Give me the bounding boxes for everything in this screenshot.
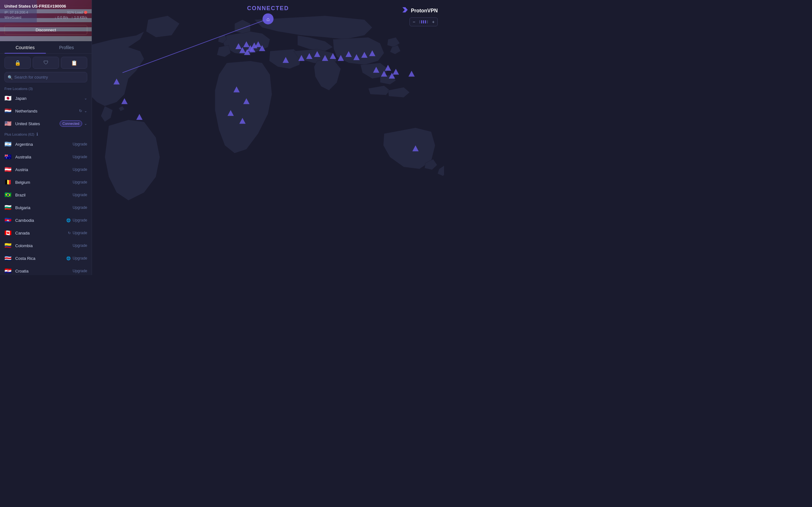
tabs-bar: Countries Profiles [0, 41, 92, 54]
clipboard-icon: 📋 [71, 60, 78, 66]
flag-costa-rica: 🇨🇷 [4, 255, 13, 262]
plus-info-icon[interactable]: ℹ [37, 132, 38, 136]
country-item-united-states[interactable]: 🇺🇸 United States Connected ⌄ [0, 117, 92, 130]
map-area: .land { fill: #252840; stroke: #1a1b2e; … [92, 0, 444, 275]
country-item-colombia[interactable]: 🇨🇴 Colombia Upgrade [0, 239, 92, 252]
flag-brazil: 🇧🇷 [4, 191, 13, 199]
country-item-brazil[interactable]: 🇧🇷 Brazil Upgrade [0, 188, 92, 201]
expand-icon-netherlands[interactable]: ⌄ [84, 109, 87, 113]
shield-icon-button[interactable]: 🛡 [33, 57, 59, 69]
us-actions: Connected ⌄ [60, 120, 87, 127]
country-name-australia: Australia [15, 155, 72, 159]
flag-cambodia: 🇰🇭 [4, 217, 13, 224]
proton-logo: ProtonVPN [402, 6, 438, 15]
flag-japan: 🇯🇵 [4, 95, 13, 102]
load-value: 91% Load [67, 10, 83, 14]
country-item-australia[interactable]: 🇦🇺 Australia Upgrade [0, 151, 92, 163]
upgrade-label-canada: Upgrade [72, 231, 87, 235]
zoom-plus-button[interactable]: + [429, 18, 438, 26]
zoom-pip-5 [427, 20, 428, 23]
canada-actions: ↻ Upgrade [68, 231, 87, 235]
country-name-croatia: Croatia [15, 269, 72, 274]
load-dot [84, 11, 87, 14]
country-item-japan[interactable]: 🇯🇵 Japan ⌄ [0, 92, 92, 105]
search-input[interactable] [4, 72, 87, 82]
expand-icon-japan[interactable]: ⌄ [84, 96, 87, 101]
flag-austria: 🇦🇹 [4, 166, 13, 173]
country-item-croatia[interactable]: 🇭🇷 Croatia Upgrade [0, 265, 92, 275]
upgrade-label-bulgaria: Upgrade [72, 205, 87, 210]
ip-label: IP: [4, 10, 9, 14]
flag-croatia: 🇭🇷 [4, 268, 13, 274]
protocol-label: WireGuard [4, 15, 21, 19]
load-info: 91% Load [67, 10, 87, 14]
country-name-argentina: Argentina [15, 142, 72, 147]
zoom-controls: − + [409, 17, 438, 26]
country-name-brazil: Brazil [15, 193, 72, 198]
costa-rica-actions: 🌐 Upgrade [66, 256, 87, 261]
header-content: United States US-FREE#190006 IP: 37.19.2… [0, 0, 92, 22]
svg-marker-22 [393, 69, 399, 75]
plus-section-label: Plus Locations (62) ℹ [0, 130, 92, 138]
tab-countries[interactable]: Countries [4, 41, 46, 53]
country-item-bulgaria[interactable]: 🇧🇬 Bulgaria Upgrade [0, 201, 92, 214]
svg-text:⌂: ⌂ [266, 16, 270, 22]
icon-row: 🔒 🛡 📋 [0, 54, 92, 72]
zoom-minus-button[interactable]: − [410, 18, 418, 26]
country-item-cambodia[interactable]: 🇰🇭 Cambodia 🌐 Upgrade [0, 214, 92, 227]
lock-icon: 🔒 [14, 60, 21, 66]
lock-icon-button[interactable]: 🔒 [4, 57, 31, 69]
country-name-united-states: United States [15, 121, 60, 126]
country-item-canada[interactable]: 🇨🇦 Canada ↻ Upgrade [0, 227, 92, 239]
connection-meta: IP: 37.19.200.4 91% Load [4, 10, 87, 14]
svg-marker-30 [121, 98, 128, 104]
country-name-canada: Canada [15, 231, 68, 235]
flag-bulgaria: 🇧🇬 [4, 204, 13, 211]
upgrade-label-cambodia: Upgrade [72, 218, 87, 222]
country-item-argentina[interactable]: 🇦🇷 Argentina Upgrade [0, 138, 92, 151]
svg-marker-31 [409, 71, 415, 77]
upgrade-label-croatia: Upgrade [72, 269, 87, 273]
connected-badge: Connected [60, 120, 82, 127]
country-name-austria: Austria [15, 167, 72, 172]
upgrade-label-argentina: Upgrade [72, 142, 87, 147]
country-name-costa-rica: Costa Rica [15, 256, 66, 261]
clipboard-icon-button[interactable]: 📋 [61, 57, 87, 69]
flag-netherlands: 🇳🇱 [4, 107, 13, 114]
search-wrap: 🔍 [0, 72, 92, 85]
connected-label: CONNECTED [247, 5, 289, 12]
header-banner: United States US-FREE#190006 IP: 37.19.2… [0, 0, 92, 41]
expand-icon-us[interactable]: ⌄ [84, 121, 87, 126]
flag-canada: 🇨🇦 [4, 229, 13, 236]
ip-value: 37.19.200.4 [10, 10, 28, 14]
upgrade-label-austria: Upgrade [72, 167, 87, 172]
country-item-belgium[interactable]: 🇧🇪 Belgium Upgrade [0, 176, 92, 188]
country-name-belgium: Belgium [15, 180, 72, 185]
upgrade-label-brazil: Upgrade [72, 193, 87, 197]
svg-marker-34 [136, 114, 143, 120]
country-name-netherlands: Netherlands [15, 109, 79, 113]
proton-logo-text: ProtonVPN [411, 8, 438, 14]
speed-info: ↓ 0.0 B/s ↑ 1.0 KB/s [55, 15, 87, 19]
upload-speed: ↑ 1.0 KB/s [71, 15, 87, 19]
tab-profiles[interactable]: Profiles [46, 41, 88, 53]
zoom-pip-1 [419, 20, 420, 23]
country-name-japan: Japan [15, 96, 84, 101]
sidebar: United States US-FREE#190006 IP: 37.19.2… [0, 0, 92, 275]
cambodia-actions: 🌐 Upgrade [66, 218, 87, 222]
country-item-austria[interactable]: 🇦🇹 Austria Upgrade [0, 163, 92, 176]
upgrade-label-australia: Upgrade [72, 155, 87, 159]
country-name-bulgaria: Bulgaria [15, 205, 72, 210]
country-item-netherlands[interactable]: 🇳🇱 Netherlands ↻ ⌄ [0, 105, 92, 117]
recycle-icon-netherlands: ↻ [79, 109, 82, 113]
flag-australia: 🇦🇺 [4, 153, 13, 160]
japan-actions: ⌄ [84, 96, 87, 101]
free-section-label: Free Locations (3) [0, 85, 92, 92]
proton-logo-icon [402, 6, 409, 15]
country-item-costa-rica[interactable]: 🇨🇷 Costa Rica 🌐 Upgrade [0, 252, 92, 265]
ip-info: IP: 37.19.200.4 [4, 10, 28, 14]
download-speed: ↓ 0.0 B/s [55, 15, 68, 19]
globe-icon-costa-rica: 🌐 [66, 257, 71, 261]
flag-argentina: 🇦🇷 [4, 141, 13, 148]
upgrade-label-costa-rica: Upgrade [72, 256, 87, 261]
